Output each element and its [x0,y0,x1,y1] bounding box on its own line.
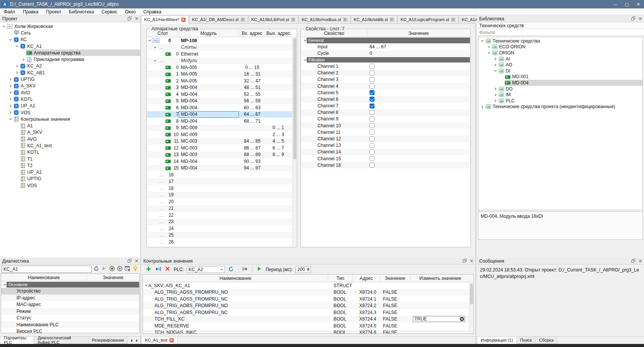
channel-checkbox[interactable] [370,90,375,95]
module-cell[interactable]: MC-003 [179,145,239,151]
clear-icon[interactable] [459,317,465,321]
maximize-button[interactable]: ▢ [621,0,632,8]
tab-close-icon[interactable] [343,18,347,22]
diagnostics-target-input[interactable]: KC_A1 [2,266,92,273]
spinner-arrows-icon[interactable] [306,266,310,273]
tree-item-контрольные-значения[interactable]: Контрольные значения [0,116,140,122]
playback-icon[interactable] [117,266,123,273]
module-cell[interactable]: MD-004 [179,84,239,91]
watch-row-tch_nogas_inkc[interactable]: TCH_NOGAS_INKCBOOLX8724.6FALSE [143,329,473,334]
watch-row-alg_trig_aobs_frompru_nc[interactable]: ALG_TRIG_AOBS_FROMPRU_NCBOOLX8724.3FALSE [143,309,473,316]
float-icon[interactable] [631,259,636,263]
module-cell[interactable] [179,205,239,212]
tree-item-kotl[interactable]: KOTL [0,149,140,156]
channel-checkbox[interactable] [370,77,375,82]
module-cell[interactable]: MP-108 [179,37,239,44]
section-general[interactable]: General [301,37,470,44]
expander-icon[interactable] [15,44,20,48]
hardware-row-Модули[interactable]: ...Модули [147,58,292,64]
hardware-row-23[interactable]: ...23 [147,219,292,225]
menu-item-3[interactable]: Библиотека [65,9,98,15]
hardware-row-MD-004[interactable]: 7MD-00464 ... 67 [147,111,292,118]
watch-row-alg_trig_aoss_frompru_nc[interactable]: ALG_TRIG_AOSS_FROMPRU_NCBOOLX8724.1FALSE [143,296,473,303]
expander-icon[interactable] [493,63,498,67]
library-filter-input[interactable]: Фильтр [477,29,644,36]
section-filtration[interactable]: Filtration [301,57,470,63]
property-row-channel-13[interactable]: Channel 13 [301,142,470,149]
diagnostics-tab-0[interactable]: Параметры PLC [0,337,34,344]
tree-item-kc-a1[interactable]: KC_A1 [0,43,140,49]
expander-icon[interactable] [2,25,7,28]
close-icon[interactable] [134,259,139,263]
property-row-channel-8[interactable]: Channel 8 [301,109,470,116]
tree-item-md-004[interactable]: MD-004 [478,80,642,86]
diagnostics-tab-2[interactable]: Резервирование [89,337,128,344]
module-cell[interactable]: MC-009 [179,125,239,132]
hardware-row-25[interactable]: ...25 [147,232,292,239]
tree-item-vos[interactable]: VOS [0,109,140,116]
tree-item-a1[interactable]: A1 [0,122,140,129]
plc-combobox[interactable]: KC_A2 [187,266,225,273]
column-header-3[interactable]: Значение [380,275,411,282]
editor-tab-0[interactable]: KC_A1/HardWare* [141,15,189,24]
module-cell[interactable] [179,178,239,185]
expander-icon[interactable] [493,99,498,102]
hardware-scrollbar[interactable] [292,37,296,247]
tree-item-кс[interactable]: КС [0,36,140,43]
watch-tab-0[interactable]: KC_A1_test [141,337,177,344]
messages-tab-2[interactable]: Сборка [536,337,557,344]
diagnostic-row-mac-адрес[interactable]: MAC-адрес [1,301,139,308]
section-основное[interactable]: Основное [1,281,139,288]
diagnostic-row-ip-адрес[interactable]: IP-адрес [1,294,139,301]
hardware-row-MD-004[interactable]: 5MD-00456 ... 59 [147,98,292,105]
float-icon[interactable] [462,259,467,263]
channel-checkbox[interactable] [370,110,375,115]
refresh-icon[interactable] [93,266,99,273]
module-cell[interactable]: MC-009 [179,131,239,138]
close-button[interactable]: ✕ [632,0,644,8]
expander-icon[interactable] [486,51,491,54]
tree-item-up-a1[interactable]: UP_A1 [0,103,140,109]
watch-row-a_skv::ais_kc_a1[interactable]: A_SKV::AIS_KC_A1STRUCT [143,282,473,289]
tab-close-icon[interactable] [451,18,455,22]
module-cell[interactable]: MD-004 [179,165,239,172]
hardware-row-Ethernet[interactable]: 0Ethernet [147,51,292,58]
tab-close-icon[interactable] [291,18,295,22]
tab-scroll-left-icon[interactable] [129,338,134,343]
module-cell[interactable] [179,225,239,232]
property-row-channel-4[interactable]: Channel 4 [301,83,470,89]
diagnostic-row-версия-plc[interactable]: Версия PLC [1,328,139,334]
tree-item-технические-средства[interactable]: LIBТехнические средства [478,38,642,44]
column-header-0[interactable]: Наименование [143,275,328,282]
hardware-row-MD-004[interactable]: 6MD-00460 ... 63 [147,104,292,111]
tree-item-kc-a1-test[interactable]: KC_A1_test [0,142,140,149]
editor-tab-2[interactable]: KC_A1/lib/LibPort.st [248,15,298,23]
module-cell[interactable]: MA-005 [179,77,239,84]
close-icon[interactable] [638,259,642,263]
property-row-channel-10[interactable]: Channel 10 [301,122,470,129]
module-cell[interactable] [179,185,239,192]
property-row-channel-1[interactable]: Channel 1 [301,63,470,69]
editor-tab-3[interactable]: KC_A1/lib/modbus.st [299,15,350,23]
minimize-button[interactable]: — [610,0,621,8]
tree-item-a-skv[interactable]: A_SKV [0,83,140,89]
hardware-row-22[interactable]: ...22 [147,212,292,219]
tree-item-kc-ab1[interactable]: KC_AB1 [0,69,140,76]
hardware-row-MC-003[interactable]: 13MC-00388 ... 898 ... 9 [147,151,292,158]
editor-tab-5[interactable]: KC_A1/LogicalProgram.st [398,15,458,23]
channel-checkbox[interactable] [370,84,375,89]
tab-close-icon[interactable] [181,18,186,22]
watch-row-mde_reserve[interactable]: MDE_RESERVEBOOLX8724.5FALSE [143,322,473,329]
module-cell[interactable] [179,192,239,199]
property-row-channel-16[interactable]: Channel 16 [301,162,470,168]
channel-checkbox[interactable] [370,123,375,128]
module-cell[interactable]: Слоты [179,44,239,51]
messages-tab-1[interactable]: Поиск [517,337,536,344]
diagnostics-tab-1[interactable]: Диагностический буфер PLC [34,337,89,344]
expander-icon[interactable] [21,58,26,61]
tree-item-холм-жирковская[interactable]: PRJХолм-Жирковская [0,23,140,30]
float-icon[interactable] [127,16,132,21]
menu-item-6[interactable]: Справка [140,9,165,15]
expander-icon[interactable] [493,87,498,90]
lamp-icon[interactable] [132,266,139,273]
